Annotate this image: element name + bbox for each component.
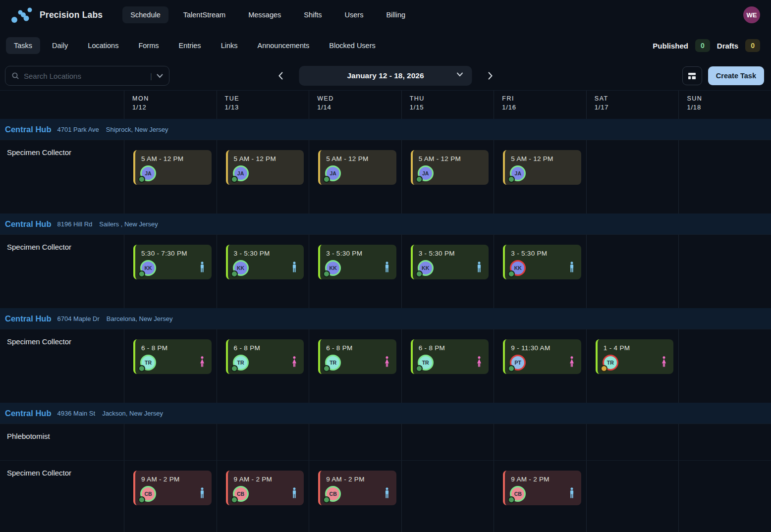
shift-card[interactable]: 5 AM - 12 PMJA (318, 150, 396, 185)
tab-tasks[interactable]: Tasks (6, 37, 40, 54)
shift-card[interactable]: 3 - 5:30 PMKK (503, 245, 581, 279)
chevron-down-icon[interactable] (157, 74, 163, 78)
avatar-initials: PT (515, 360, 521, 366)
view-layout-button[interactable] (682, 66, 702, 85)
shift-card[interactable]: 5 AM - 12 PMJA (503, 150, 581, 185)
day-cell[interactable] (401, 461, 494, 532)
avatar: TR (325, 355, 341, 371)
shift-time: 5:30 - 7:30 PM (141, 250, 206, 257)
day-cell[interactable]: 9 AM - 2 PMCB (124, 461, 217, 532)
shift-card[interactable]: 6 - 8 PMTR (318, 339, 396, 374)
location-name[interactable]: Central Hub (5, 409, 52, 418)
tab-blocked-users[interactable]: Blocked Users (321, 37, 383, 54)
location-address: 8196 Hill Rd (57, 220, 93, 228)
day-cell[interactable]: 5 AM - 12 PMJA (309, 140, 401, 213)
shift-card[interactable]: 6 - 8 PMTR (133, 339, 212, 374)
day-cell[interactable] (586, 235, 679, 308)
shift-card[interactable]: 9 AM - 2 PMCB (226, 471, 304, 505)
day-cell[interactable]: 6 - 8 PMTR (309, 329, 401, 403)
search-input[interactable] (24, 72, 146, 80)
nav-item-billing[interactable]: Billing (378, 6, 413, 23)
shift-card[interactable]: 5 AM - 12 PMJA (411, 150, 489, 185)
shift-card[interactable]: 6 - 8 PMTR (226, 339, 304, 374)
gender-indicator (476, 356, 482, 369)
create-task-button[interactable]: Create Task (708, 66, 764, 85)
day-cell[interactable]: 5 AM - 12 PMJA (124, 140, 217, 213)
day-cell[interactable]: 5 AM - 12 PMJA (494, 140, 586, 213)
day-cell[interactable] (309, 424, 401, 460)
avatar: JA (140, 165, 156, 181)
day-cell[interactable] (586, 424, 679, 460)
shift-time: 5 AM - 12 PM (326, 155, 390, 162)
shift-card[interactable]: 5 AM - 12 PMJA (226, 150, 304, 185)
shift-card[interactable]: 9 AM - 2 PMCB (503, 471, 581, 505)
day-cell[interactable]: 6 - 8 PMTR (124, 329, 217, 403)
location-name[interactable]: Central Hub (5, 219, 52, 229)
day-cell[interactable] (678, 140, 771, 213)
status-dot (323, 365, 330, 372)
nav-item-messages[interactable]: Messages (240, 6, 289, 23)
shift-card[interactable]: 6 - 8 PMTR (411, 339, 489, 374)
day-cell[interactable]: 9 AM - 2 PMCB (309, 461, 401, 532)
day-cell[interactable]: 1 - 4 PMTR (586, 329, 679, 403)
day-cell[interactable]: 3 - 5:30 PMKK (401, 235, 494, 308)
nav-item-users[interactable]: Users (337, 6, 372, 23)
shift-time: 3 - 5:30 PM (234, 250, 298, 257)
tab-locations[interactable]: Locations (80, 37, 126, 54)
day-cell[interactable] (217, 424, 309, 460)
nav-item-shifts[interactable]: Shifts (296, 6, 330, 23)
status-dot (138, 270, 145, 277)
day-header-cell: SUN1/18 (678, 91, 771, 119)
tab-forms[interactable]: Forms (130, 37, 166, 54)
day-cell[interactable] (678, 235, 771, 308)
tab-daily[interactable]: Daily (44, 37, 76, 54)
avatar: PT (510, 355, 526, 371)
day-cell[interactable] (124, 424, 217, 460)
location-search[interactable]: | (5, 66, 169, 86)
day-cell[interactable] (494, 424, 586, 460)
status-dot (231, 365, 238, 372)
shift-card[interactable]: 3 - 5:30 PMKK (411, 245, 489, 279)
day-cell[interactable] (678, 461, 771, 532)
shift-card[interactable]: 9 AM - 2 PMCB (318, 471, 396, 505)
day-cell[interactable]: 3 - 5:30 PMKK (494, 235, 586, 308)
tab-entries[interactable]: Entries (170, 37, 209, 54)
shift-card[interactable]: 5 AM - 12 PMJA (133, 150, 212, 185)
avatar: JA (325, 165, 341, 181)
day-header-row: MON1/12TUE1/13WED1/14THU1/15FRI1/16SAT1/… (0, 90, 771, 119)
day-cell[interactable]: 9 - 11:30 AMPT (494, 329, 586, 403)
day-cell[interactable]: 5:30 - 7:30 PMKK (124, 235, 217, 308)
day-cell[interactable]: 6 - 8 PMTR (217, 329, 309, 403)
location-name[interactable]: Central Hub (5, 125, 52, 134)
tab-links[interactable]: Links (213, 37, 246, 54)
day-cell[interactable]: 3 - 5:30 PMKK (309, 235, 401, 308)
day-cell[interactable]: 6 - 8 PMTR (401, 329, 494, 403)
brand-name: Precision Labs (40, 10, 103, 20)
nav-item-talentstream[interactable]: TalentStream (175, 6, 233, 23)
day-cell[interactable]: 3 - 5:30 PMKK (217, 235, 309, 308)
location-name[interactable]: Central Hub (5, 314, 52, 323)
day-cell[interactable] (586, 140, 679, 213)
shift-card[interactable]: 1 - 4 PMTR (596, 339, 674, 374)
shift-card[interactable]: 9 AM - 2 PMCB (133, 471, 212, 505)
shift-card[interactable]: 5:30 - 7:30 PMKK (133, 245, 212, 279)
avatar-initials: JA (422, 170, 429, 176)
day-cell[interactable] (586, 461, 679, 532)
date-range-selector[interactable]: January 12 - 18, 2026 (299, 66, 472, 86)
day-cell[interactable]: 9 AM - 2 PMCB (494, 461, 586, 532)
shift-card[interactable]: 9 - 11:30 AMPT (503, 339, 581, 374)
day-cell[interactable]: 9 AM - 2 PMCB (217, 461, 309, 532)
shift-card[interactable]: 3 - 5:30 PMKK (318, 245, 396, 279)
tab-announcements[interactable]: Announcements (249, 37, 317, 54)
day-cell[interactable] (678, 329, 771, 403)
day-cell[interactable]: 5 AM - 12 PMJA (217, 140, 309, 213)
shift-card[interactable]: 3 - 5:30 PMKK (226, 245, 304, 279)
nav-item-schedule[interactable]: Schedule (122, 6, 168, 23)
avatar: KK (510, 260, 526, 276)
day-cell[interactable] (678, 424, 771, 460)
next-week-button[interactable] (485, 69, 496, 83)
user-avatar[interactable]: WE (743, 6, 760, 23)
day-cell[interactable] (401, 424, 494, 460)
day-cell[interactable]: 5 AM - 12 PMJA (401, 140, 494, 213)
previous-week-button[interactable] (275, 69, 286, 83)
